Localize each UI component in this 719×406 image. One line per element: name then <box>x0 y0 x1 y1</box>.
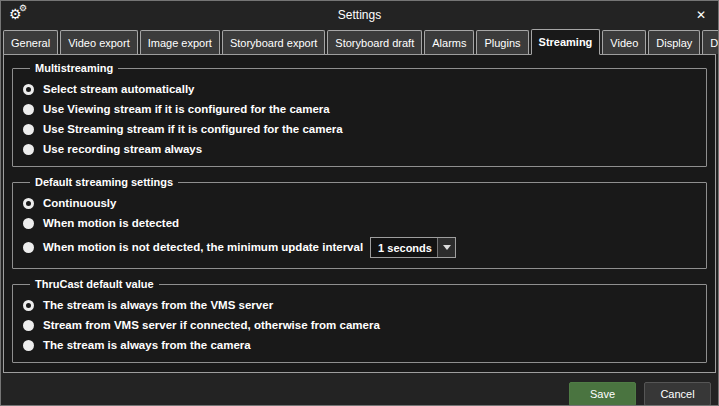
interval-select[interactable]: 1 seconds <box>370 237 456 258</box>
tab-video-export[interactable]: Video export <box>60 30 138 54</box>
radio-option-use-streaming-stream[interactable]: Use Streaming stream if it is configured… <box>23 123 696 136</box>
cancel-button[interactable]: Cancel <box>644 382 711 406</box>
interval-value: 1 seconds <box>371 238 437 257</box>
radio-label: Use recording stream always <box>43 143 202 156</box>
radio-label: Use Streaming stream if it is configured… <box>43 123 343 136</box>
radio-label: The stream is always from the VMS server <box>43 299 273 312</box>
settings-tab-bar: General Video export Image export Storyb… <box>1 28 718 54</box>
radio-option-stream-always-camera[interactable]: The stream is always from the camera <box>23 339 696 352</box>
radio-label: When motion is not detected, the minimum… <box>43 241 363 254</box>
group-title: Multistreaming <box>30 62 118 74</box>
tab-display[interactable]: Display <box>648 30 700 54</box>
radio-icon[interactable] <box>23 320 34 331</box>
tab-alarms[interactable]: Alarms <box>424 30 474 54</box>
tab-data-cache[interactable]: Data cache <box>702 30 719 54</box>
tab-image-export[interactable]: Image export <box>140 30 220 54</box>
tab-plugins[interactable]: Plugins <box>476 30 528 54</box>
radio-label: Continuously <box>43 197 116 210</box>
tab-general[interactable]: General <box>3 30 58 54</box>
chevron-down-icon[interactable] <box>437 238 455 257</box>
radio-icon[interactable] <box>23 104 34 115</box>
radio-option-when-motion-detected[interactable]: When motion is detected <box>23 217 696 230</box>
window-title: Settings <box>1 8 718 22</box>
radio-option-continuously[interactable]: Continuously <box>23 197 696 210</box>
radio-option-use-recording-stream[interactable]: Use recording stream always <box>23 143 696 156</box>
tab-streaming[interactable]: Streaming <box>531 29 601 55</box>
radio-option-stream-vms-if-connected[interactable]: Stream from VMS server if connected, oth… <box>23 319 696 332</box>
group-title: ThruCast default value <box>30 278 159 290</box>
radio-label: When motion is detected <box>43 217 179 230</box>
radio-label: The stream is always from the camera <box>43 339 251 352</box>
tab-storyboard-export[interactable]: Storyboard export <box>222 30 325 54</box>
radio-option-when-motion-not-detected[interactable]: When motion is not detected, the minimum… <box>23 237 696 258</box>
radio-icon[interactable] <box>23 144 34 155</box>
close-icon[interactable]: ✕ <box>693 7 709 23</box>
radio-icon[interactable] <box>23 84 34 95</box>
settings-window: ⚙ ⚙ Settings ✕ General Video export Imag… <box>0 0 719 406</box>
streaming-settings-panel: Multistreaming Select stream automatical… <box>3 54 716 373</box>
radio-option-stream-always-vms[interactable]: The stream is always from the VMS server <box>23 299 696 312</box>
group-multistreaming: Multistreaming Select stream automatical… <box>12 62 707 167</box>
title-bar: ⚙ ⚙ Settings ✕ <box>1 1 718 28</box>
tab-storyboard-draft[interactable]: Storyboard draft <box>327 30 422 54</box>
tab-video[interactable]: Video <box>602 30 646 54</box>
radio-icon[interactable] <box>23 124 34 135</box>
radio-icon[interactable] <box>23 218 34 229</box>
group-title: Default streaming settings <box>30 176 178 188</box>
group-default-streaming-settings: Default streaming settings Continuously … <box>12 176 707 269</box>
radio-label: Use Viewing stream if it is configured f… <box>43 103 330 116</box>
radio-icon[interactable] <box>23 340 34 351</box>
radio-label: Stream from VMS server if connected, oth… <box>43 319 380 332</box>
radio-icon[interactable] <box>23 242 34 253</box>
dialog-footer: Save Cancel <box>1 373 718 406</box>
radio-icon[interactable] <box>23 198 34 209</box>
save-button[interactable]: Save <box>569 382 636 406</box>
radio-icon[interactable] <box>23 300 34 311</box>
radio-label: Select stream automatically <box>43 83 195 96</box>
radio-option-use-viewing-stream[interactable]: Use Viewing stream if it is configured f… <box>23 103 696 116</box>
group-thrucast-default-value: ThruCast default value The stream is alw… <box>12 278 707 363</box>
radio-option-select-stream-automatically[interactable]: Select stream automatically <box>23 83 696 96</box>
